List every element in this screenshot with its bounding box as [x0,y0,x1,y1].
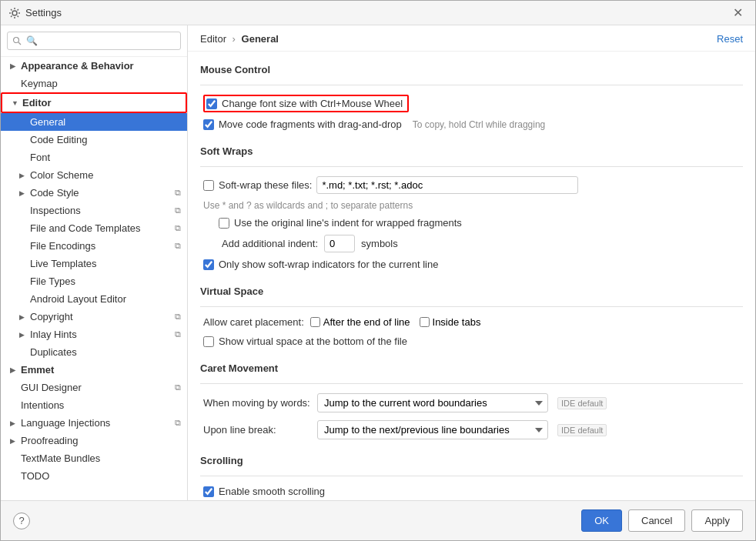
sidebar-item-file-encodings[interactable]: File Encodings ⧉ [1,237,187,255]
sidebar-item-duplicates[interactable]: Duplicates [1,343,187,361]
soft-wrap-files-checkbox[interactable] [203,180,214,191]
sidebar-item-code-style[interactable]: ▶ Code Style ⧉ [1,184,187,202]
sidebar-item-todo-label: TODO [21,470,49,482]
copy-icon-fct: ⧉ [175,223,181,233]
content-area: Editor › General Reset Mouse Control [188,25,755,500]
mouse-control-divider [200,85,743,85]
sidebar-item-language-injections[interactable]: ▶ Language Injections ⧉ [1,414,187,432]
help-button[interactable]: ? [13,513,30,529]
sidebar-item-inspections[interactable]: Inspections ⧉ [1,202,187,219]
upon-line-break-badge: IDE default [557,424,607,436]
close-button[interactable]: ✕ [728,5,748,21]
only-show-indicators-checkbox[interactable] [203,259,214,270]
sidebar: ▶ Appearance & Behavior Keymap ▼ Editor … [1,25,188,500]
inside-tabs-label: Inside tabs [433,316,481,328]
title-bar-left: Settings [8,7,62,19]
title-bar: Settings ✕ [1,1,755,25]
chevron-right-icon: ▶ [10,62,18,70]
sidebar-item-inlay-hints[interactable]: ▶ Inlay Hints ⧉ [1,326,187,343]
inside-tabs-checkbox[interactable] [420,317,430,327]
sidebar-item-textmate-bundles-label: TextMate Bundles [21,453,100,464]
show-virtual-space-checkbox[interactable] [203,336,214,347]
search-input[interactable] [7,32,181,50]
use-original-indent-checkbox[interactable] [219,218,229,229]
sidebar-item-code-style-label: Code Style [30,187,79,199]
sidebar-item-code-editing[interactable]: Code Editing [1,131,187,149]
sidebar-item-live-templates[interactable]: Live Templates [1,255,187,272]
sidebar-item-duplicates-label: Duplicates [30,346,77,358]
symbols-label: symbols [361,238,398,249]
sidebar-item-proofreading[interactable]: ▶ Proofreading [1,432,187,449]
only-show-indicators-label: Only show soft-wrap indicators for the c… [219,259,438,270]
main-content: ▶ Appearance & Behavior Keymap ▼ Editor … [1,25,755,500]
sidebar-item-gui-designer-label: GUI Designer [21,382,82,393]
sidebar-item-code-editing-label: Code Editing [30,134,87,145]
virtual-space-section: Virtual Space Allow caret placement: Aft… [200,286,743,347]
sidebar-item-live-templates-label: Live Templates [30,258,96,269]
move-code-fragments-checkbox[interactable] [203,119,214,130]
soft-wrap-files-input[interactable] [316,176,578,194]
copy-icon-gui: ⧉ [175,382,181,392]
caret-movement-divider [200,383,743,384]
change-font-size-label: Change font size with Ctrl+Mouse Wheel [222,98,403,109]
sidebar-item-android-layout-editor[interactable]: Android Layout Editor [1,290,187,308]
settings-window: Settings ✕ ▶ Appearance & Behavior Keyma… [0,0,756,541]
when-moving-dropdown[interactable]: Jump to the current word boundaries [317,393,548,412]
sidebar-item-language-injections-label: Language Injections [21,417,110,429]
chevron-right-icon-cr: ▶ [19,313,27,321]
caret-options: After the end of line Inside tabs [310,316,481,328]
reset-link[interactable]: Reset [717,33,743,45]
upon-line-break-dropdown[interactable]: Jump to the next/previous line boundarie… [317,420,548,439]
show-virtual-space-row: Show virtual space at the bottom of the … [200,336,743,347]
sidebar-item-general[interactable]: General [1,113,187,131]
scrolling-divider [200,476,743,476]
sidebar-item-color-scheme-label: Color Scheme [30,169,93,181]
sidebar-item-textmate-bundles[interactable]: TextMate Bundles [1,449,187,467]
copy-icon-fe: ⧉ [175,241,181,251]
chevron-right-icon-ih: ▶ [19,331,27,339]
sidebar-item-general-label: General [30,116,65,128]
after-end-of-line-checkbox[interactable] [310,317,320,327]
sidebar-item-intentions[interactable]: Intentions [1,396,187,414]
sidebar-item-font[interactable]: Font [1,149,187,166]
add-indent-row: Add additional indent: symbols [200,235,743,252]
scrolling-title: Scrolling [200,455,743,466]
sidebar-item-keymap[interactable]: Keymap [1,75,187,92]
sidebar-item-appearance[interactable]: ▶ Appearance & Behavior [1,57,187,75]
cancel-button[interactable]: Cancel [628,509,685,532]
sidebar-item-inspections-label: Inspections [30,205,81,216]
when-moving-row: When moving by words: Jump to the curren… [200,393,743,412]
move-code-fragments-row: Move code fragments with drag-and-drop T… [200,119,743,130]
only-show-indicators-row: Only show soft-wrap indicators for the c… [200,259,743,270]
content-header: Editor › General Reset [188,25,755,52]
enable-smooth-scrolling-checkbox[interactable] [203,486,214,497]
sidebar-item-file-types-label: File Types [30,276,75,287]
show-virtual-space-label: Show virtual space at the bottom of the … [219,336,407,347]
soft-wraps-title: Soft Wraps [200,145,743,157]
search-box [1,25,187,57]
mouse-control-section: Mouse Control Change font size with Ctrl… [200,64,743,130]
ok-button[interactable]: OK [581,509,622,532]
add-indent-input[interactable] [324,235,355,252]
sidebar-item-todo[interactable]: TODO [1,467,187,485]
sidebar-item-file-types[interactable]: File Types [1,272,187,290]
sidebar-item-gui-designer[interactable]: GUI Designer ⧉ [1,379,187,396]
upon-line-break-label: Upon line break: [203,424,311,436]
sidebar-item-file-code-templates-label: File and Code Templates [30,222,141,234]
sidebar-item-intentions-label: Intentions [21,399,64,411]
change-font-size-row: Change font size with Ctrl+Mouse Wheel [200,95,743,112]
change-font-size-checkbox[interactable] [206,99,217,109]
sidebar-item-editor[interactable]: ▼ Editor [1,92,187,113]
sidebar-item-color-scheme[interactable]: ▶ Color Scheme [1,166,187,184]
sidebar-item-file-code-templates[interactable]: File and Code Templates ⧉ [1,219,187,237]
move-code-fragments-label: Move code fragments with drag-and-drop [219,119,402,130]
sidebar-item-android-layout-editor-label: Android Layout Editor [30,293,126,305]
virtual-space-title: Virtual Space [200,286,743,297]
apply-button[interactable]: Apply [691,509,743,532]
sidebar-item-editor-label: Editor [22,97,52,109]
footer: ? OK Cancel Apply [1,500,755,540]
copy-icon-codestyle: ⧉ [175,188,181,198]
sidebar-item-copyright[interactable]: ▶ Copyright ⧉ [1,308,187,326]
footer-right: OK Cancel Apply [581,509,743,532]
sidebar-item-emmet[interactable]: ▶ Emmet [1,361,187,379]
